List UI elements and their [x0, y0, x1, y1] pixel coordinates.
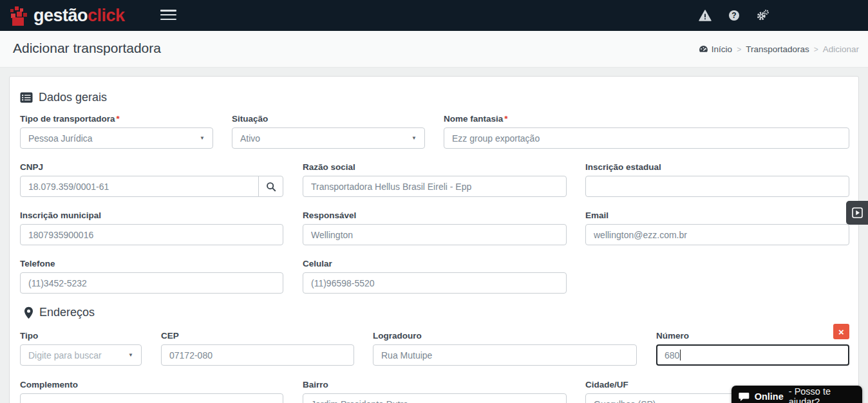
logradouro-input[interactable]: [373, 344, 637, 366]
numero-input[interactable]: [656, 344, 849, 366]
breadcrumb: Início > Transportadoras > Adicionar: [699, 44, 859, 54]
situacao-label: Situação: [232, 114, 425, 124]
razao-social-label: Razão social: [303, 162, 567, 173]
nome-fantasia-label: Nome fantasia*: [444, 114, 849, 124]
tipo-transportadora-label: Tipo de transportadora*: [20, 114, 213, 124]
logradouro-label: Logradouro: [373, 331, 637, 341]
section-enderecos: Endereços: [24, 306, 95, 319]
section-dados-gerais: Dados gerais: [20, 91, 107, 104]
breadcrumb-separator: >: [814, 45, 818, 54]
breadcrumb-separator: >: [737, 45, 741, 54]
bairro-input[interactable]: [303, 393, 567, 403]
cnpj-input[interactable]: [20, 176, 259, 197]
razao-social-input[interactable]: [303, 176, 567, 197]
celular-input[interactable]: [303, 272, 567, 294]
breadcrumb-transportadoras-link[interactable]: Transportadoras: [746, 44, 809, 54]
app-logo-text: gestãoclick: [33, 7, 125, 24]
play-icon: [852, 207, 863, 218]
app-logo[interactable]: gestãoclick: [9, 5, 125, 26]
chevron-down-icon: ▼: [411, 135, 417, 141]
breadcrumb-current: Adicionar: [823, 44, 859, 54]
map-marker-icon: [24, 306, 33, 319]
chat-message: - Posso te ajudar?: [789, 386, 855, 403]
cep-label: CEP: [161, 331, 354, 341]
chat-bubble-icon: [739, 391, 750, 402]
numero-label: Número: [656, 331, 849, 341]
email-label: Email: [585, 211, 849, 221]
list-icon: [20, 92, 33, 103]
telefone-label: Telefone: [20, 259, 283, 269]
chevron-down-icon: ▼: [200, 135, 205, 141]
transportadora-form-card: Dados gerais Tipo de transportadora* Pes…: [9, 76, 859, 403]
warning-icon[interactable]: [699, 9, 712, 22]
chat-status: Online: [755, 391, 784, 402]
endereco-tipo-label: Tipo: [20, 331, 142, 341]
menu-icon[interactable]: [160, 10, 176, 21]
brand-pixels-icon: [9, 5, 30, 26]
inscricao-estadual-label: Inscrição estadual: [585, 162, 849, 173]
complemento-label: Complemento: [20, 380, 283, 390]
responsavel-label: Responsável: [303, 211, 567, 221]
cep-input[interactable]: [161, 344, 354, 366]
video-tutorial-tab[interactable]: [846, 201, 868, 225]
cnpj-label: CNPJ: [20, 162, 283, 173]
complemento-input[interactable]: [20, 393, 283, 403]
top-navigation-bar: gestãoclick ?: [0, 0, 868, 31]
page-title: Adicionar transportadora: [13, 41, 161, 56]
chevron-down-icon: ▼: [128, 352, 133, 358]
chat-widget[interactable]: Online - Posso te ajudar?: [731, 386, 862, 403]
settings-icon[interactable]: [757, 9, 769, 22]
responsavel-input[interactable]: [303, 224, 567, 245]
cnpj-search-button[interactable]: [258, 176, 283, 197]
text-cursor: [680, 350, 681, 361]
bairro-label: Bairro: [303, 380, 567, 390]
situacao-select[interactable]: Ativo ▼: [232, 127, 425, 149]
tipo-transportadora-select[interactable]: Pessoa Jurídica ▼: [20, 127, 213, 149]
endereco-tipo-select[interactable]: Digite para buscar ▼: [20, 344, 142, 366]
nome-fantasia-input[interactable]: [444, 127, 849, 149]
inscricao-estadual-input[interactable]: [585, 176, 849, 197]
celular-label: Celular: [303, 259, 567, 269]
inscricao-municipal-input[interactable]: [20, 224, 283, 245]
email-input[interactable]: [585, 224, 849, 245]
breadcrumb-home-link[interactable]: Início: [699, 44, 732, 54]
help-icon[interactable]: ?: [728, 9, 741, 22]
telefone-input[interactable]: [20, 272, 283, 294]
page-header: Adicionar transportadora Início > Transp…: [0, 31, 868, 68]
search-icon: [266, 182, 276, 192]
inscricao-municipal-label: Inscrição municipal: [20, 211, 283, 221]
dashboard-icon: [699, 45, 708, 53]
